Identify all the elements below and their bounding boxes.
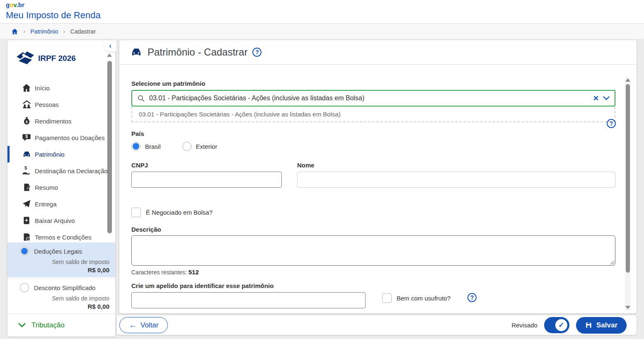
- radio-exterior[interactable]: [182, 142, 191, 151]
- usufruto-checkbox[interactable]: [382, 293, 392, 303]
- sidebar-item-destinacao[interactable]: $ Destinação na Declaração: [7, 162, 115, 179]
- tributacao-toggle[interactable]: Tributação: [7, 314, 115, 337]
- home-icon: [22, 83, 31, 93]
- govbr-logo-br: .br: [17, 1, 24, 8]
- usufruto-label: Bem com usufruto?: [397, 295, 450, 302]
- chars-remaining: Caracteres restantes: 512: [131, 269, 199, 276]
- doc-pencil-icon: [22, 182, 31, 192]
- tax-option-status: Sem saldo de imposto: [20, 259, 109, 265]
- descricao-textarea[interactable]: [131, 235, 615, 266]
- sidebar-item-label: Resumo: [35, 184, 58, 191]
- doc-alert-icon: !: [22, 232, 31, 242]
- action-footer: ← Voltar Revisado ✓ Salvar: [117, 315, 637, 335]
- tax-option-label: Deduções Legais: [34, 248, 82, 255]
- chevron-down-icon[interactable]: [603, 96, 610, 100]
- sidebar-item-label: Destinação na Declaração: [35, 167, 108, 174]
- tributacao-label: Tributação: [31, 321, 65, 329]
- sidebar-item-patrimonio[interactable]: Patrimônio: [7, 146, 115, 162]
- check-icon: ✓: [555, 319, 567, 331]
- main-panel: Patrimônio - Cadastrar ? Selecione um pa…: [119, 40, 637, 313]
- govbr-logo-g: g: [6, 1, 10, 8]
- sidebar-item-baixar[interactable]: Baixar Arquivo: [7, 212, 115, 229]
- revisado-label: Revisado: [511, 322, 537, 329]
- sidebar-item-inicio[interactable]: Início: [7, 80, 115, 96]
- sidebar-item-label: Pagamentos ou Doações: [35, 134, 104, 141]
- home-icon[interactable]: [11, 28, 18, 35]
- page-header: Patrimônio - Cadastrar ?: [119, 40, 637, 65]
- scroll-down-arrow-icon[interactable]: [625, 306, 630, 309]
- salvar-button[interactable]: Salvar: [576, 317, 627, 334]
- svg-text:!: !: [27, 237, 28, 240]
- descricao-label: Descrição: [131, 226, 161, 233]
- sidebar-item-label: Entrega: [35, 201, 57, 208]
- radio-brasil-label: Brasil: [145, 143, 161, 150]
- tax-option-deducoes-legais[interactable]: Deduções Legais Sem saldo de imposto R$ …: [7, 242, 115, 277]
- breadcrumb-cadastrar: Cadastrar: [70, 28, 96, 35]
- sidebar: ‹ IRPF 2026 Início Pessoas $ Rendimentos…: [7, 40, 115, 337]
- tax-option-desconto-simplificado[interactable]: Desconto Simplificado Sem saldo de impos…: [7, 278, 115, 313]
- chars-remaining-value: 512: [189, 269, 199, 276]
- revisado-toggle[interactable]: ✓: [544, 317, 569, 333]
- chevron-right-icon: ›: [63, 28, 65, 35]
- paper-plane-icon: [22, 199, 31, 209]
- doc-download-icon: [22, 216, 31, 225]
- help-icon[interactable]: ?: [467, 293, 477, 302]
- nome-input[interactable]: [297, 172, 615, 188]
- hand-dollar-icon: $: [22, 166, 31, 176]
- chevron-right-icon: ›: [23, 28, 25, 35]
- breadcrumb: › Patrimônio › Cadastrar: [0, 24, 644, 39]
- tax-option-label: Desconto Simplificado: [34, 284, 95, 291]
- select-patrimonio-label: Selecione um patrimônio: [131, 80, 205, 87]
- sidebar-item-label: Termos e Condições: [35, 234, 92, 241]
- main-scrollbar[interactable]: [625, 77, 631, 311]
- negociado-bolsa-checkbox[interactable]: [131, 208, 141, 217]
- radio-desconto-simplificado[interactable]: [20, 283, 29, 292]
- sidebar-collapse-button[interactable]: ‹: [104, 40, 116, 52]
- sidebar-item-label: Patrimônio: [35, 151, 65, 158]
- irpf-brand: IRPF 2026: [15, 50, 76, 67]
- scrollbar-thumb[interactable]: [626, 84, 630, 273]
- apelido-input[interactable]: [131, 292, 366, 308]
- sidebar-item-entrega[interactable]: Entrega: [7, 196, 115, 212]
- money-bag-icon: $: [22, 116, 31, 126]
- help-icon[interactable]: ?: [607, 119, 616, 128]
- clear-icon[interactable]: ✕: [593, 95, 599, 102]
- cnpj-label: CNPJ: [131, 162, 148, 169]
- radio-deducoes-legais[interactable]: [20, 247, 29, 256]
- car-icon: [130, 46, 143, 58]
- sidebar-item-label: Pessoas: [35, 101, 59, 108]
- svg-text:$: $: [26, 120, 28, 124]
- patrimonio-select[interactable]: ✕: [131, 90, 615, 107]
- pais-label: País: [131, 130, 144, 137]
- irpf-brand-label: IRPF 2026: [38, 54, 76, 63]
- receita-federal-logo-icon: [15, 50, 35, 67]
- svg-text:$: $: [25, 134, 28, 139]
- help-icon[interactable]: ?: [252, 48, 261, 57]
- save-disk-icon: [585, 322, 592, 329]
- sidebar-menu: Início Pessoas $ Rendimentos $ Pagamento…: [7, 80, 115, 245]
- govbr-logo[interactable]: gov.br: [6, 1, 24, 8]
- page-title: Patrimônio - Cadastrar: [148, 46, 247, 58]
- sidebar-item-label: Rendimentos: [35, 118, 71, 125]
- people-icon: [22, 99, 31, 109]
- patrimonio-select-input[interactable]: [149, 94, 589, 102]
- patrimonio-dropdown-option[interactable]: 03.01 - Participações Societárias - Açõe…: [131, 107, 615, 122]
- scroll-up-arrow-icon[interactable]: [625, 78, 630, 82]
- back-arrow-icon: ←: [129, 321, 137, 330]
- radio-brasil[interactable]: [131, 142, 140, 151]
- cnpj-input[interactable]: [131, 172, 282, 188]
- breadcrumb-patrimonio[interactable]: Patrimônio: [30, 28, 58, 35]
- sidebar-item-rendimentos[interactable]: $ Rendimentos: [7, 113, 115, 129]
- voltar-button[interactable]: ← Voltar: [119, 317, 168, 333]
- sidebar-scroll-up-arrow[interactable]: [107, 53, 112, 57]
- tax-option-status: Sem saldo de imposto: [20, 295, 109, 302]
- sidebar-item-label: Início: [35, 85, 50, 92]
- sidebar-item-pagamentos[interactable]: $ Pagamentos ou Doações: [7, 129, 115, 146]
- search-icon: [137, 94, 145, 102]
- chevron-down-icon: [18, 323, 26, 328]
- negociado-bolsa-label: É Negociado em Bolsa?: [146, 209, 213, 216]
- govbr-logo-v: v: [13, 1, 16, 8]
- sidebar-item-pessoas[interactable]: Pessoas: [7, 96, 115, 113]
- tax-option-amount: R$ 0,00: [20, 303, 109, 310]
- sidebar-item-resumo[interactable]: Resumo: [7, 179, 115, 196]
